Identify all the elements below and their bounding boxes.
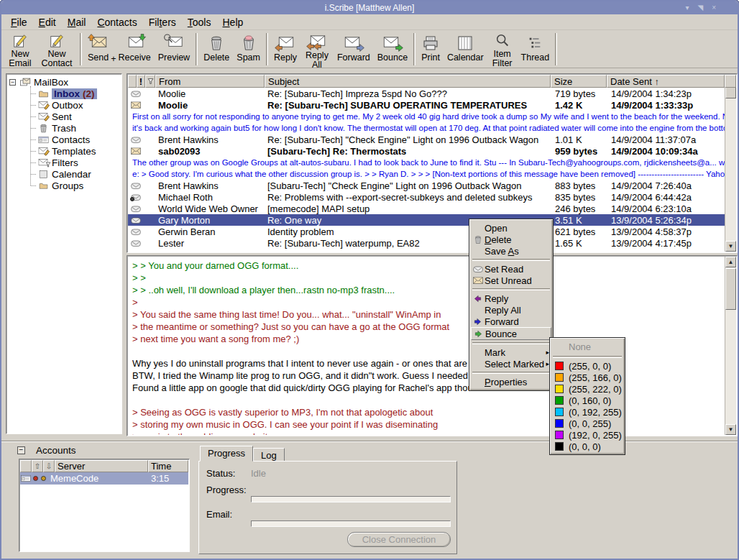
maximize-icon[interactable]: ◥: [697, 1, 703, 14]
table-row[interactable]: World Wide Web Owner [memecode] MAPI set…: [128, 203, 725, 214]
table-row[interactable]: Lester Re: [Subaru-Tech] waterpump, EA82…: [128, 237, 725, 249]
tab-log[interactable]: Log: [253, 448, 285, 462]
send-arrow-icon[interactable]: ⇧: [32, 460, 43, 472]
header-time[interactable]: Time: [148, 460, 188, 472]
cell-from: Michael Roth: [155, 192, 265, 203]
menu-contacts[interactable]: Contacts: [92, 15, 143, 29]
submenu-item-color[interactable]: (0, 160, 0): [551, 395, 623, 406]
bounce-button[interactable]: Bounce: [374, 32, 411, 67]
submenu-item-color[interactable]: (192, 0, 255): [551, 429, 623, 441]
submenu-item-color[interactable]: (255, 0, 0): [551, 360, 623, 372]
tree-label-selected: Inbox(2): [52, 88, 97, 99]
menu-item-select-marked[interactable]: Select Marked▸: [471, 358, 551, 369]
new-email-button[interactable]: New Email: [4, 32, 36, 67]
scroll-down-icon[interactable]: ▼: [725, 241, 736, 252]
submenu-item-color[interactable]: (255, 166, 0): [551, 372, 623, 383]
collapse-expander-icon[interactable]: −: [9, 79, 16, 86]
receive-arrow-icon[interactable]: ⇩: [43, 460, 55, 472]
menu-item-reply-all[interactable]: Reply All: [471, 304, 551, 316]
header-priority[interactable]: !: [137, 75, 145, 88]
message-body[interactable]: > > You and your darned OGG format.... >…: [128, 257, 725, 435]
sidebar-item-sent[interactable]: Sent: [19, 111, 121, 122]
forward-button[interactable]: Forward: [334, 32, 374, 67]
scroll-down-icon[interactable]: ▼: [725, 424, 736, 435]
header-date-sent[interactable]: Date Sent ↑: [607, 75, 725, 88]
menu-item-open[interactable]: Open: [471, 222, 551, 234]
sidebar-item-calendar[interactable]: Calendar: [19, 168, 121, 180]
menu-item-set-read[interactable]: Set Read: [471, 263, 551, 275]
table-row[interactable]: Michael Johnson Re: bayesian question 1.…: [128, 249, 725, 252]
header-blank[interactable]: [20, 460, 32, 472]
new-contact-button[interactable]: New Contact: [36, 32, 78, 67]
scrollbar-thumb[interactable]: [725, 86, 736, 98]
send-receive-button[interactable]: Send + Receive: [84, 32, 155, 67]
titlebar[interactable]: i.Scribe [Matthew Allen] ▾ ◥ ×: [1, 1, 738, 14]
sidebar-item-groups[interactable]: Groups: [19, 180, 121, 191]
message-line: > >: [132, 272, 725, 284]
thread-button[interactable]: Thread: [518, 32, 554, 67]
preview-button[interactable]: Preview: [155, 32, 193, 67]
table-row[interactable]: Gerwin Beran Identity problem 621 bytes …: [128, 226, 725, 237]
sidebar-item-contacts[interactable]: Contacts: [19, 134, 121, 145]
reply-button[interactable]: Reply: [270, 32, 300, 67]
submenu-item-color[interactable]: (0, 0, 255): [551, 418, 623, 429]
account-row-selected[interactable]: MemeCode 3:15: [20, 472, 188, 485]
menu-tools[interactable]: Tools: [183, 15, 218, 29]
calendar-button[interactable]: Calendar: [444, 32, 487, 67]
tab-progress[interactable]: Progress: [200, 446, 253, 462]
menu-item-forward[interactable]: Forward: [471, 316, 551, 327]
shade-icon[interactable]: ▾: [685, 1, 689, 14]
toolbar-separator: [413, 33, 416, 65]
sidebar-item-filters[interactable]: Filters: [19, 157, 121, 168]
menu-item-mark[interactable]: Mark▸: [471, 346, 551, 358]
delete-button[interactable]: Delete: [200, 32, 233, 67]
submenu-item-color[interactable]: (255, 222, 0): [551, 383, 623, 395]
menu-help[interactable]: Help: [217, 15, 249, 29]
sidebar-item-inbox[interactable]: Inbox(2): [19, 88, 121, 99]
sidebar-item-templates[interactable]: Templates: [19, 145, 121, 157]
menu-file[interactable]: File: [6, 15, 34, 29]
menu-filters[interactable]: Filters: [144, 15, 183, 29]
header-blank[interactable]: [128, 75, 137, 88]
scrollbar-thumb[interactable]: [725, 268, 736, 310]
menu-item-bounce[interactable]: Bounce: [471, 327, 551, 340]
item-filter-button[interactable]: Item Filter: [487, 32, 518, 67]
table-row[interactable]: Moolie Re: [Subaru-Tech] Impreza 5spd No…: [128, 88, 725, 99]
cell-date: 13/9/2004 2:46:43p: [607, 249, 725, 252]
label: ools: [193, 17, 211, 28]
close-connection-button[interactable]: Close Connection: [347, 532, 451, 547]
header-size[interactable]: Size: [551, 75, 607, 88]
table-row[interactable]: Brent Hawkins Re: [Subaru-Tech] "Check E…: [128, 134, 725, 145]
sidebar-item-outbox[interactable]: Outbox: [19, 99, 121, 111]
menu-item-set-unread[interactable]: Set Unread: [471, 275, 551, 286]
header-server[interactable]: Server: [55, 460, 148, 472]
close-icon[interactable]: ×: [712, 1, 716, 14]
mail-list-scrollbar[interactable]: ▲ ▼: [725, 75, 736, 252]
table-row-selected[interactable]: Gary Morton Re: One way 3.51 K 13/9/2004…: [128, 214, 725, 226]
submenu-item-none[interactable]: None: [551, 340, 623, 354]
sidebar-item-trash[interactable]: Trash: [19, 122, 121, 134]
submenu-item-color[interactable]: (0, 0, 0): [551, 441, 623, 452]
collapse-panel-icon[interactable]: −: [17, 446, 25, 454]
table-row[interactable]: sab02093 [Subaru-Tech] Re: Thermostats 9…: [128, 145, 725, 157]
menu-item-reply[interactable]: Reply: [471, 293, 551, 304]
menu-edit[interactable]: Edit: [34, 15, 63, 29]
header-subject[interactable]: Subject: [265, 75, 551, 88]
header-from[interactable]: From: [155, 75, 265, 88]
reply-all-button[interactable]: Reply All: [300, 32, 334, 67]
table-row[interactable]: Brent Hawkins [Subaru-Tech] "Check Engin…: [128, 180, 725, 191]
menu-mail[interactable]: Mail: [63, 15, 93, 29]
menu-item-save-as[interactable]: Save As: [471, 245, 551, 257]
menu-item-properties[interactable]: Properties: [471, 376, 551, 387]
scroll-up-icon[interactable]: ▲: [725, 257, 736, 267]
menu-item-delete[interactable]: Delete: [471, 234, 551, 245]
print-button[interactable]: Print: [418, 32, 444, 67]
button-label: New Contact: [40, 50, 74, 68]
submenu-item-color[interactable]: (0, 192, 255): [551, 406, 623, 418]
header-flag[interactable]: [145, 75, 155, 88]
message-scrollbar[interactable]: ▲ ▼: [725, 257, 736, 435]
spam-button[interactable]: Spam: [233, 32, 264, 67]
table-row[interactable]: Moolie Re: [Subaru-Tech] SUBARU OPERATIN…: [128, 99, 725, 111]
table-row[interactable]: Michael Roth Re: Problems with --export-…: [128, 191, 725, 203]
tree-root-mailbox[interactable]: − MailBox: [9, 76, 121, 88]
